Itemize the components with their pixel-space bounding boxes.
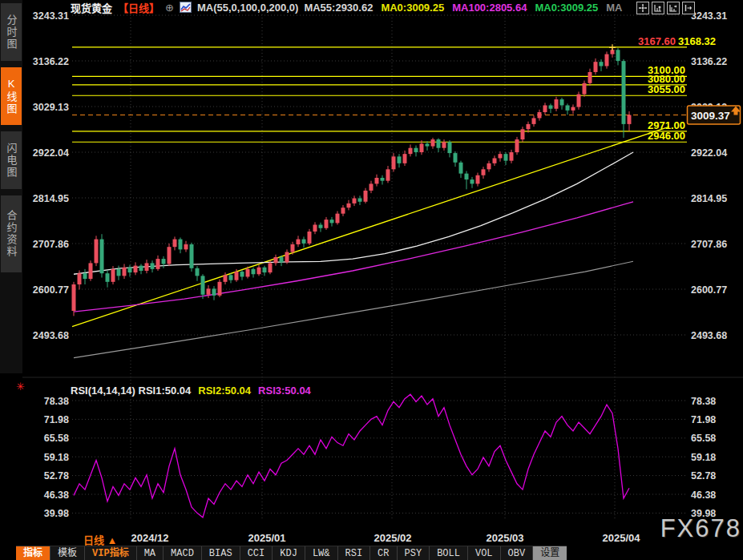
- toolbar-button-BOLL[interactable]: BOLL: [429, 546, 467, 560]
- sidebar-tab-K线图[interactable]: K线图: [1, 67, 22, 125]
- add-overlay-icon[interactable]: ⊕: [165, 2, 174, 14]
- crosshair-tool-icon[interactable]: [636, 2, 649, 14]
- collapse-right-panel-icon[interactable]: [682, 2, 695, 14]
- ma-settings-label: MA(55,0,100,0,200,0): [197, 2, 298, 14]
- svg-text:71.98: 71.98: [691, 414, 716, 425]
- svg-text:52.78: 52.78: [691, 470, 716, 481]
- toolbar-button-MA[interactable]: MA: [136, 546, 163, 560]
- toolbar-button-BIAS[interactable]: BIAS: [201, 546, 240, 560]
- ma-values: MA55:2930.62MA0:3009.25MA100:2805.64MA0:…: [304, 2, 622, 14]
- toolbar-button-设置[interactable]: 设置: [532, 546, 567, 560]
- toolbar-button-VOL[interactable]: VOL: [467, 546, 500, 560]
- kline-chart-canvas[interactable]: 3243.313243.313136.223136.223029.133029.…: [0, 0, 743, 525]
- ma-value-label: MA55:2930.62: [304, 2, 373, 14]
- toolbar-button-CCI[interactable]: CCI: [240, 546, 273, 560]
- svg-text:3168.32: 3168.32: [678, 35, 716, 47]
- svg-text:65.58: 65.58: [691, 433, 716, 444]
- svg-text:3009.37: 3009.37: [691, 110, 730, 122]
- svg-text:3136.22: 3136.22: [33, 56, 69, 67]
- toolbar-button-模板[interactable]: 模板: [50, 546, 84, 560]
- live-indicator-icon: ✳: [16, 381, 25, 393]
- sidebar-tab-闪电图[interactable]: 闪电图: [1, 131, 22, 189]
- rsi-value-label: RSI3:50.04: [258, 385, 311, 397]
- toolbar-button-PSY[interactable]: PSY: [397, 546, 430, 560]
- svg-text:2600.77: 2600.77: [33, 284, 69, 296]
- sidebar-tab-分时图[interactable]: 分时图: [1, 3, 22, 61]
- ma-value-label: MA0:3009.25: [535, 2, 598, 14]
- toolbar-button-MACD[interactable]: MACD: [163, 546, 201, 560]
- svg-text:78.38: 78.38: [691, 396, 716, 407]
- toolbar-button-LW&[interactable]: LW&: [305, 546, 337, 560]
- indicator-toolbar: 指标模板VIP指标MAMACDBIASCCIKDJLW&RSICRPSYBOLL…: [16, 546, 567, 560]
- rsi-value-label: RSI2:50.04: [198, 385, 251, 397]
- rsi-value-label: RSI(14,14,14) RSI1:50.04: [71, 385, 191, 397]
- svg-text:2707.86: 2707.86: [33, 239, 69, 250]
- svg-text:39.98: 39.98: [44, 508, 69, 519]
- month-label: 2025/02: [374, 532, 412, 544]
- month-label: 2025/04: [603, 532, 640, 544]
- svg-text:3243.31: 3243.31: [691, 10, 727, 22]
- chart-logo-icon: [180, 2, 192, 13]
- svg-text:2600.77: 2600.77: [691, 284, 727, 296]
- chart-header: 现货黄金 【日线】 ⊕ MA(55,0,100,0,200,0) MA55:29…: [71, 0, 622, 14]
- month-label: 2025/01: [248, 532, 286, 544]
- chart-window-buttons: [636, 2, 695, 14]
- toolbar-button-KDJ[interactable]: KDJ: [272, 546, 305, 560]
- svg-text:59.18: 59.18: [44, 452, 69, 463]
- toolbar-button-指标[interactable]: 指标: [16, 546, 50, 560]
- period-tag: 【日线】: [118, 0, 160, 15]
- svg-text:71.98: 71.98: [44, 414, 69, 425]
- sidebar-tab-合约资料[interactable]: 合约资料: [1, 195, 22, 272]
- fx678-watermark: FX678: [660, 514, 741, 543]
- svg-text:3029.13: 3029.13: [33, 102, 69, 113]
- add-pane-icon[interactable]: [652, 2, 664, 14]
- svg-text:65.58: 65.58: [44, 433, 69, 444]
- svg-text:2946.00: 2946.00: [648, 130, 685, 142]
- toolbar-button-OBV[interactable]: OBV: [500, 546, 533, 560]
- ma-value-label: MA: [606, 2, 622, 14]
- svg-text:52.78: 52.78: [44, 470, 69, 481]
- svg-text:2814.95: 2814.95: [691, 193, 727, 204]
- ma-value-label: MA0:3009.25: [381, 2, 444, 14]
- month-label: 2024/12: [131, 532, 169, 544]
- trading-app: { "header": { "symbol": "现货黄金", "period_…: [0, 0, 743, 560]
- toolbar-button-CR[interactable]: CR: [369, 546, 396, 560]
- svg-text:59.18: 59.18: [691, 452, 716, 463]
- toolbar-button-RSI[interactable]: RSI: [337, 546, 370, 560]
- toolbar-button-VIP指标[interactable]: VIP指标: [84, 546, 136, 560]
- svg-text:2922.04: 2922.04: [691, 147, 727, 159]
- svg-text:46.38: 46.38: [44, 489, 69, 501]
- svg-text:3055.00: 3055.00: [648, 83, 685, 95]
- svg-text:2922.04: 2922.04: [33, 147, 69, 159]
- svg-text:2814.95: 2814.95: [33, 193, 69, 204]
- svg-text:3167.60: 3167.60: [638, 35, 676, 47]
- svg-text:3243.31: 3243.31: [33, 10, 69, 22]
- chart-type-sidebar: 分时图K线图闪电图合约资料: [0, 0, 22, 373]
- ma-value-label: MA100:2805.64: [452, 2, 527, 14]
- svg-text:46.38: 46.38: [691, 489, 716, 501]
- svg-text:3136.22: 3136.22: [691, 56, 727, 67]
- svg-text:2493.68: 2493.68: [691, 330, 727, 341]
- pane-layout-icon[interactable]: [667, 2, 680, 14]
- rsi-indicator-header: RSI(14,14,14) RSI1:50.04RSI2:50.04RSI3:5…: [71, 385, 311, 397]
- symbol-name: 现货黄金: [71, 0, 112, 15]
- svg-text:2707.86: 2707.86: [691, 239, 727, 250]
- month-label: 2025/03: [487, 532, 524, 544]
- time-axis: 日线 ▲ 2024/122025/012025/022025/032025/04: [0, 525, 743, 546]
- svg-text:2493.68: 2493.68: [33, 330, 69, 341]
- svg-text:78.38: 78.38: [44, 396, 69, 407]
